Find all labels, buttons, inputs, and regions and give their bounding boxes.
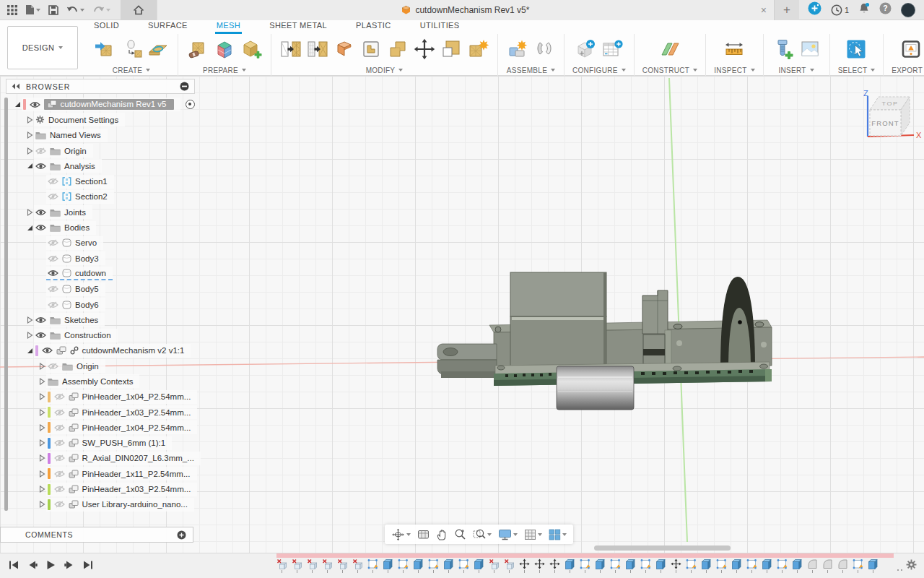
visibility-off-icon[interactable] bbox=[48, 255, 58, 262]
browser-row-origin[interactable]: Origin bbox=[6, 358, 195, 374]
configure-icon[interactable] bbox=[574, 38, 597, 61]
suppressed-feature-icon[interactable] bbox=[307, 558, 318, 573]
visibility-off-icon[interactable] bbox=[54, 454, 65, 462]
redo-icon[interactable] bbox=[92, 5, 110, 14]
repair-star-icon[interactable] bbox=[466, 38, 489, 61]
insert-mesh-icon[interactable] bbox=[93, 38, 116, 61]
reduce-icon[interactable] bbox=[306, 38, 329, 61]
move-copy-icon[interactable] bbox=[413, 38, 436, 61]
browser-row-pinheader-1x04-p2-54mm[interactable]: PinHeader_1x04_P2.54mm... bbox=[6, 389, 195, 405]
user-avatar[interactable] bbox=[901, 3, 915, 17]
extrude-feature-icon[interactable] bbox=[655, 558, 666, 573]
tab-utilities[interactable]: UTILITIES bbox=[419, 21, 461, 34]
fillet-feature-icon[interactable] bbox=[807, 558, 818, 573]
sketch-feature-icon[interactable] bbox=[640, 558, 651, 573]
browser-row-cutdownmechanism-v2-v1-1[interactable]: cutdownMechanism v2 v1:1 bbox=[6, 343, 195, 358]
visibility-off-icon[interactable] bbox=[48, 178, 58, 185]
visibility-on-icon[interactable] bbox=[35, 209, 46, 216]
expand-arrow-icon[interactable] bbox=[38, 424, 46, 431]
browser-row-cutdownmechanism-rev1-v5[interactable]: cutdownMechanism Rev1 v5 bbox=[6, 97, 195, 112]
erase-and-fill-icon[interactable] bbox=[333, 38, 356, 61]
generate-face-groups-icon[interactable] bbox=[240, 38, 263, 61]
expand-arrow-icon[interactable] bbox=[25, 316, 34, 324]
job-status[interactable]: 1 bbox=[831, 4, 849, 16]
visibility-on-icon[interactable] bbox=[30, 101, 40, 108]
expand-arrow-icon[interactable] bbox=[25, 332, 34, 339]
sketch-feature-icon[interactable] bbox=[580, 558, 590, 573]
collapse-arrow-icon[interactable] bbox=[13, 101, 22, 108]
extrude-feature-icon[interactable] bbox=[701, 558, 712, 573]
file-menu-icon[interactable] bbox=[25, 4, 40, 15]
expand-arrow-icon[interactable] bbox=[25, 116, 34, 124]
extrude-feature-icon[interactable] bbox=[565, 558, 575, 573]
browser-row-named-views[interactable]: Named Views bbox=[6, 128, 195, 143]
extrude-feature-icon[interactable] bbox=[762, 558, 772, 573]
skip-to-end-button[interactable] bbox=[83, 561, 93, 569]
inspect-menu[interactable]: INSPECT bbox=[714, 64, 754, 76]
help-icon[interactable]: ? bbox=[879, 2, 892, 17]
extrude-feature-icon[interactable] bbox=[443, 558, 454, 573]
make-3d-print-icon[interactable] bbox=[899, 38, 923, 61]
tab-mesh[interactable]: MESH bbox=[215, 21, 242, 34]
tab-plastic[interactable]: PLASTIC bbox=[354, 21, 393, 34]
extrude-feature-icon[interactable] bbox=[383, 558, 393, 573]
sketch-feature-icon[interactable] bbox=[853, 558, 863, 573]
undo-icon[interactable] bbox=[66, 5, 84, 14]
configure-menu[interactable]: CONFIGURE bbox=[572, 64, 626, 76]
close-tab-icon[interactable]: × bbox=[761, 5, 767, 15]
new-tab-button[interactable]: + bbox=[775, 0, 799, 20]
construction-plane-icon[interactable] bbox=[658, 38, 681, 61]
browser-row-sw-push-6mm-1-1[interactable]: SW_PUSH_6mm (1):1 bbox=[6, 436, 195, 451]
browser-row-cutdown[interactable]: cutdown bbox=[6, 266, 195, 281]
sketch-feature-icon[interactable] bbox=[458, 558, 469, 573]
collapse-arrow-icon[interactable] bbox=[25, 163, 34, 169]
expand-arrow-icon[interactable] bbox=[38, 363, 46, 370]
construct-menu[interactable]: CONSTRUCT bbox=[642, 64, 697, 76]
expand-arrow-icon[interactable] bbox=[38, 439, 46, 447]
browser-scrollbar[interactable] bbox=[4, 98, 8, 511]
visibility-off-icon[interactable] bbox=[48, 285, 58, 293]
browser-row-document-settings[interactable]: Document Settings bbox=[6, 112, 195, 127]
browser-row-pinheader-1x11-p2-54mm[interactable]: PinHeader_1x11_P2.54mm... bbox=[6, 466, 195, 481]
grid-settings-icon[interactable] bbox=[524, 529, 542, 540]
suppressed-feature-icon[interactable] bbox=[489, 558, 500, 573]
tab-surface[interactable]: SURFACE bbox=[147, 21, 189, 34]
play-button[interactable] bbox=[46, 560, 56, 570]
visibility-off-icon[interactable] bbox=[48, 239, 58, 246]
viewport-canvas[interactable]: TOP FRONT Z X BROWSER cutdownMechanism R… bbox=[0, 76, 924, 553]
orbit-icon[interactable] bbox=[391, 528, 411, 541]
visibility-off-icon[interactable] bbox=[54, 393, 65, 400]
expand-arrow-icon[interactable] bbox=[25, 209, 34, 216]
visibility-off-icon[interactable] bbox=[54, 470, 65, 478]
sketch-feature-icon[interactable] bbox=[428, 558, 439, 573]
collapse-arrow-icon[interactable] bbox=[25, 225, 34, 231]
browser-row-analysis[interactable]: Analysis bbox=[6, 158, 195, 173]
visibility-on-icon[interactable] bbox=[42, 347, 53, 354]
home-tab[interactable] bbox=[121, 0, 157, 20]
move-feature-icon[interactable] bbox=[534, 558, 545, 573]
select-icon[interactable] bbox=[845, 38, 868, 61]
remesh-icon[interactable] bbox=[279, 38, 302, 61]
expand-arrow-icon[interactable] bbox=[38, 486, 46, 493]
insert-canvas-icon[interactable] bbox=[798, 38, 821, 61]
step-back-button[interactable] bbox=[27, 561, 38, 569]
face-groups-icon[interactable] bbox=[213, 38, 236, 61]
measure-icon[interactable] bbox=[723, 38, 746, 61]
save-icon[interactable] bbox=[48, 5, 58, 15]
extrude-feature-icon[interactable] bbox=[625, 558, 636, 573]
visibility-off-icon[interactable] bbox=[48, 301, 58, 309]
activate-component-radio[interactable] bbox=[186, 100, 195, 109]
visibility-on-icon[interactable] bbox=[35, 224, 46, 231]
new-component-icon[interactable] bbox=[506, 38, 529, 61]
extrude-feature-icon[interactable] bbox=[595, 558, 606, 573]
expand-arrow-icon[interactable] bbox=[38, 454, 46, 462]
hollow-icon[interactable] bbox=[359, 38, 383, 61]
visibility-off-icon[interactable] bbox=[35, 147, 46, 155]
expand-arrow-icon[interactable] bbox=[38, 409, 46, 416]
tab-sheet-metal[interactable]: SHEET METAL bbox=[268, 21, 328, 34]
add-comment-icon[interactable] bbox=[177, 530, 186, 540]
merge-bodies-icon[interactable] bbox=[386, 38, 409, 61]
browser-row-servo[interactable]: Servo bbox=[6, 236, 195, 251]
timeline-settings-gear-icon[interactable] bbox=[906, 559, 917, 573]
modify-menu[interactable]: MODIFY bbox=[279, 64, 489, 76]
